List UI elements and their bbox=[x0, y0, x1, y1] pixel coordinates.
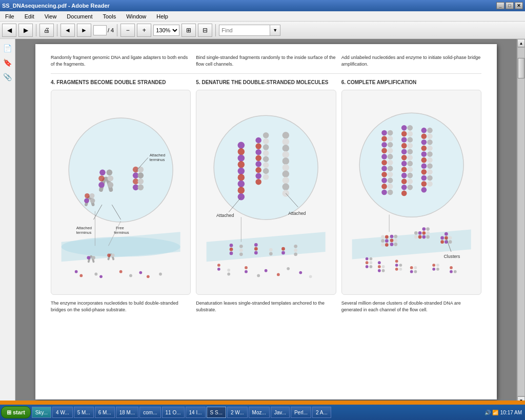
svg-point-103 bbox=[217, 264, 220, 267]
svg-point-193 bbox=[381, 239, 385, 243]
attach-icon[interactable]: 📎 bbox=[3, 72, 13, 82]
taskbar-4w[interactable]: 4 W... bbox=[52, 407, 73, 418]
scroll-up-button[interactable]: ▲ bbox=[517, 39, 525, 47]
svg-point-212 bbox=[365, 265, 368, 268]
top-desc-3-text: Add unlabeled nucleotides and enzyme to … bbox=[341, 54, 481, 67]
svg-point-177 bbox=[427, 151, 433, 157]
svg-point-6 bbox=[108, 182, 114, 188]
diagram-panel-6: Clusters bbox=[341, 90, 481, 295]
zoom-in-button[interactable]: + bbox=[137, 24, 151, 37]
svg-point-75 bbox=[263, 138, 269, 145]
svg-point-117 bbox=[381, 130, 387, 136]
taskbar-5m[interactable]: 5 M... bbox=[74, 407, 94, 418]
svg-point-131 bbox=[387, 148, 393, 154]
window-title: SS_DNAsequencing.pdf - Adobe Reader bbox=[2, 3, 110, 9]
diagrams-row: Attached terminus Free terminus Attached… bbox=[51, 90, 481, 295]
separator4 bbox=[215, 24, 216, 36]
menu-window[interactable]: Window bbox=[123, 12, 149, 21]
next-page-button[interactable]: ► bbox=[77, 24, 91, 37]
svg-point-157 bbox=[407, 161, 413, 167]
prev-page-button[interactable]: ◄ bbox=[60, 24, 75, 37]
page-number-display: 2 / 4 bbox=[93, 25, 114, 35]
top-desc-1-text: Randomly fragment genomic DNA and ligate… bbox=[51, 54, 191, 67]
svg-point-124 bbox=[381, 172, 387, 177]
taskbar-jav[interactable]: Jav... bbox=[271, 407, 290, 418]
diagram-6-svg: Clusters bbox=[347, 95, 476, 289]
svg-point-225 bbox=[395, 260, 398, 263]
taskbar-sky[interactable]: Sky... bbox=[32, 407, 51, 418]
taskbar-perl[interactable]: Perl... bbox=[291, 407, 311, 418]
svg-point-208 bbox=[448, 240, 452, 244]
menu-help[interactable]: Help bbox=[153, 12, 171, 21]
start-button[interactable]: ⊞ start bbox=[1, 406, 31, 418]
diagram-panel-4: Attached terminus Free terminus Attached… bbox=[51, 90, 191, 295]
zoom-select[interactable]: 130% 100% 75% bbox=[153, 25, 179, 36]
svg-point-182 bbox=[427, 181, 433, 187]
svg-point-125 bbox=[381, 178, 387, 184]
svg-point-52 bbox=[238, 174, 245, 181]
svg-point-132 bbox=[387, 154, 393, 159]
minimize-button[interactable]: _ bbox=[496, 2, 504, 9]
taskbar-2a[interactable]: 2 A... bbox=[312, 407, 331, 418]
menu-file[interactable]: File bbox=[2, 12, 17, 21]
svg-point-81 bbox=[263, 174, 269, 180]
svg-point-67 bbox=[256, 143, 262, 149]
svg-point-221 bbox=[381, 269, 385, 272]
menu-view[interactable]: View bbox=[42, 12, 60, 21]
section-headers-row: 4. FRAGMENTS BECOME DOUBLE STRANDED 5. D… bbox=[51, 73, 481, 86]
svg-point-38 bbox=[119, 270, 123, 273]
zoom-out-button[interactable]: − bbox=[120, 24, 135, 37]
svg-text:terminus: terminus bbox=[150, 157, 165, 162]
svg-point-195 bbox=[422, 235, 426, 239]
taskbar-14i[interactable]: 14 I... bbox=[186, 407, 206, 418]
taskbar-18m[interactable]: 18 M... bbox=[116, 407, 139, 418]
print-button[interactable]: 🖨 bbox=[39, 24, 54, 37]
taskbar-2w[interactable]: 2 W... bbox=[227, 407, 248, 418]
taskbar-moz[interactable]: Moz... bbox=[249, 407, 270, 418]
taskbar-6m[interactable]: 6 M... bbox=[95, 407, 115, 418]
svg-point-106 bbox=[245, 270, 248, 273]
taskbar-com[interactable]: com... bbox=[139, 407, 160, 418]
find-dropdown-button[interactable]: ▼ bbox=[270, 25, 280, 36]
back-button[interactable]: ◀ bbox=[2, 24, 16, 37]
svg-point-66 bbox=[256, 137, 262, 144]
svg-point-173 bbox=[427, 128, 433, 133]
maximize-button[interactable]: □ bbox=[506, 2, 514, 9]
page-number-input[interactable]: 2 bbox=[93, 25, 107, 35]
top-desc-2: Bind single-stranded fragments randomly … bbox=[196, 54, 336, 67]
scroll-thumb[interactable] bbox=[518, 58, 524, 78]
svg-point-30 bbox=[87, 256, 90, 259]
bookmark-icon[interactable]: 🔖 bbox=[3, 57, 13, 68]
svg-point-36 bbox=[94, 273, 97, 276]
svg-point-196 bbox=[422, 231, 426, 235]
svg-point-143 bbox=[401, 149, 407, 155]
diagram-panel-5: Attached Attached bbox=[196, 90, 336, 295]
svg-point-210 bbox=[440, 240, 444, 244]
fit-width-button[interactable]: ⊟ bbox=[198, 24, 212, 37]
svg-point-113 bbox=[309, 275, 312, 278]
scroll-track[interactable] bbox=[517, 47, 525, 396]
menu-tools[interactable]: Tools bbox=[100, 12, 119, 21]
svg-point-3 bbox=[98, 182, 105, 188]
svg-point-72 bbox=[256, 173, 262, 179]
svg-point-111 bbox=[287, 267, 290, 270]
menu-document[interactable]: Document bbox=[64, 12, 95, 21]
svg-point-233 bbox=[432, 264, 435, 267]
menu-edit[interactable]: Edit bbox=[22, 12, 37, 21]
svg-point-57 bbox=[282, 138, 290, 146]
fit-page-button[interactable]: ⊞ bbox=[181, 24, 196, 37]
forward-button[interactable]: ▶ bbox=[18, 24, 33, 37]
svg-point-63 bbox=[282, 177, 290, 184]
svg-point-228 bbox=[410, 270, 413, 273]
close-button[interactable]: ✕ bbox=[515, 2, 523, 9]
taskbar-ss[interactable]: S S... bbox=[207, 407, 226, 418]
svg-point-86 bbox=[230, 252, 233, 255]
find-input[interactable] bbox=[219, 25, 270, 36]
svg-point-93 bbox=[254, 247, 258, 251]
svg-point-166 bbox=[421, 151, 427, 157]
pages-icon[interactable]: 📄 bbox=[3, 43, 13, 53]
svg-point-129 bbox=[387, 136, 393, 142]
svg-point-79 bbox=[263, 162, 269, 168]
desc-1: The enzyme incorporates nucleotides to b… bbox=[51, 300, 191, 313]
taskbar-11o[interactable]: 11 O... bbox=[162, 407, 185, 418]
